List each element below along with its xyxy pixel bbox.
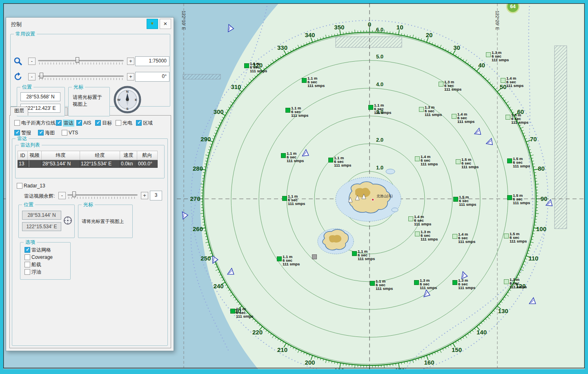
svg-text:111 smps: 111 smps: [506, 83, 523, 88]
radar-position-lon-field[interactable]: 122°15.534' E: [22, 222, 61, 231]
layer-checkbox-area[interactable]: 区域: [136, 120, 153, 126]
radar-lat-cell: 28°53.144' N: [42, 160, 80, 168]
group-radar-list-legend: 雷达列表: [19, 142, 42, 148]
radar-table[interactable]: ID 视频 纬度 经度 速度 航向 13 28°53.144' N 122°15…: [18, 151, 158, 168]
checkbox-box: [24, 262, 30, 267]
svg-text:E: E: [135, 98, 137, 102]
panel-menu-button[interactable]: ▼: [147, 19, 158, 29]
svg-text:111 smps: 111 smps: [421, 162, 438, 166]
layer-checkbox-target[interactable]: 目标: [95, 120, 112, 126]
svg-text:111 smps: 111 smps: [376, 286, 393, 291]
zoom-icon: [13, 57, 22, 66]
rotation-slider[interactable]: [38, 72, 124, 80]
checkbox-label: 电子距离方位线: [21, 120, 56, 127]
checkbox-box: [76, 120, 82, 126]
rotation-increase-button[interactable]: +: [127, 73, 134, 80]
radar-table-row[interactable]: 13 28°53.144' N 122°15.534' E 0.0kn 000.…: [18, 160, 158, 168]
radar-position-lat-field[interactable]: 28°53.144' N: [22, 211, 61, 220]
layer-checkbox-ais[interactable]: AIS: [76, 120, 91, 126]
svg-text:111 smps: 111 smps: [358, 256, 375, 261]
slider-track: [67, 194, 138, 196]
layer-checkbox-optronics[interactable]: 光电: [116, 120, 132, 126]
option-checkbox-oil-slick[interactable]: 浮油: [24, 269, 41, 275]
group-position-legend: 位置: [20, 84, 33, 90]
svg-text:310: 310: [231, 83, 241, 90]
afterglow-slider[interactable]: [67, 191, 138, 199]
checkbox-label: 光电: [122, 120, 132, 127]
option-checkbox-coverage[interactable]: Coverage: [24, 254, 53, 260]
layer-checkbox-radar[interactable]: 雷达: [56, 120, 74, 126]
checkbox-label: 浮油: [31, 269, 41, 276]
layer-checkbox-chart[interactable]: 海图: [38, 129, 55, 136]
svg-text:330: 330: [277, 44, 287, 51]
checkbox-label: 雷达网格: [31, 247, 51, 254]
app-window: 122°10' E122°20' E1.02.03.04.05.06.00102…: [0, 0, 588, 374]
scale-value-field[interactable]: 1:75000: [135, 56, 169, 66]
control-panel: 控制 ▼ × 常用设置 - + 1:75000 - + 0°: [6, 17, 174, 351]
slider-ticks: [39, 78, 122, 80]
svg-text:5.0: 5.0: [376, 53, 383, 60]
group-cursor-legend: 光标: [72, 84, 85, 90]
svg-text:1.0: 1.0: [376, 165, 383, 171]
slider-ticks: [39, 62, 122, 65]
option-checkbox-shipborne[interactable]: 船载: [24, 261, 41, 268]
svg-text:350: 350: [334, 24, 344, 31]
slider-thumb[interactable]: [72, 191, 76, 197]
checkbox-label: VTS: [69, 130, 78, 136]
rotation-value-field[interactable]: 0°: [135, 72, 169, 82]
option-checkbox-radar-grid[interactable]: 雷达网格: [24, 247, 51, 253]
position-picker-icon[interactable]: [63, 216, 73, 227]
scale-increase-button[interactable]: +: [127, 58, 134, 65]
checkbox-label: Radar_13: [24, 183, 45, 189]
tab-layers[interactable]: 图层: [10, 107, 28, 116]
column-header: 经度: [80, 151, 120, 160]
video-checkbox[interactable]: [29, 160, 29, 167]
radar13-checkbox[interactable]: Radar_13: [17, 183, 45, 189]
scale-slider[interactable]: [38, 57, 124, 65]
svg-text:150: 150: [452, 346, 462, 353]
column-header: 航向: [137, 151, 158, 160]
svg-text:111 smps: 111 smps: [444, 87, 461, 91]
group-radar-position-legend: 位置: [22, 202, 35, 207]
checkbox-label: 海图: [45, 129, 55, 136]
svg-text:2.0: 2.0: [376, 137, 383, 143]
slider-thumb[interactable]: [76, 57, 79, 63]
rotation-decrease-button[interactable]: -: [28, 73, 36, 80]
layer-checkbox-alarm[interactable]: 警报: [14, 129, 31, 136]
checkbox-box: [95, 120, 101, 126]
afterglow-value-field[interactable]: 3: [150, 191, 162, 200]
panel-close-button[interactable]: ×: [160, 19, 171, 29]
layer-checkbox-ebl[interactable]: 电子距离方位线: [14, 120, 56, 126]
checkbox-box: [24, 254, 30, 260]
svg-text:111 smps: 111 smps: [510, 285, 527, 289]
checkbox-box: [38, 130, 44, 136]
svg-text:50: 50: [500, 83, 507, 90]
afterglow-decrease-button[interactable]: -: [58, 192, 66, 199]
checkbox-label: 船载: [31, 261, 41, 268]
svg-text:111 smps: 111 smps: [457, 119, 474, 124]
group-radar-cursor-legend: 光标: [82, 202, 95, 207]
svg-text:160: 160: [424, 359, 434, 366]
checkbox-box: [17, 183, 22, 189]
scale-decrease-button[interactable]: -: [28, 58, 36, 65]
position-lat-field[interactable]: 28°53.568' N: [20, 92, 60, 101]
panel-titlebar[interactable]: 控制 ▼ ×: [6, 18, 174, 30]
radar-id-cell: 13: [18, 160, 28, 168]
panel-title: 控制: [11, 21, 22, 28]
group-radar-position: 位置 28°53.144' N 122°15.534' E: [18, 205, 75, 238]
radar-course-cell: 000.0°: [137, 160, 158, 168]
svg-text:111 smps: 111 smps: [425, 112, 442, 117]
slider-thumb[interactable]: [40, 73, 43, 78]
layer-checkbox-vts[interactable]: VTS: [62, 129, 78, 136]
svg-text:20: 20: [426, 31, 433, 38]
checkbox-box: [62, 130, 67, 136]
checkbox-box: [56, 120, 62, 126]
radar-speed-cell: 0.0kn: [120, 160, 137, 168]
slider-track: [38, 76, 124, 77]
svg-text:111 smps: 111 smps: [492, 58, 509, 62]
checkbox-box: [14, 130, 20, 136]
chevron-down-icon: ▼: [150, 21, 154, 26]
afterglow-increase-button[interactable]: +: [141, 192, 148, 199]
svg-text:100: 100: [536, 225, 546, 232]
svg-text:70: 70: [530, 136, 537, 142]
